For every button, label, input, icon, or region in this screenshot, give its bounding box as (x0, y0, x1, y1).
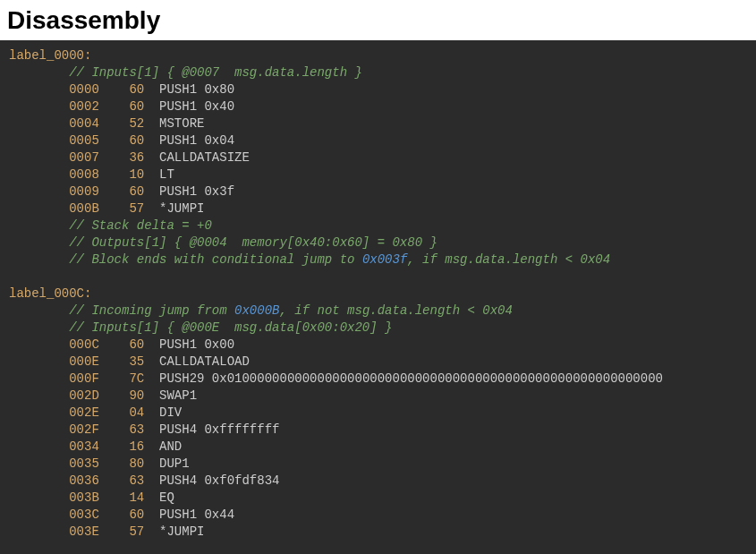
opcode-byte: 04 (99, 405, 144, 420)
code-line: // Inputs[1] { @000E msg.data[0x00:0x20]… (9, 320, 756, 337)
opcode-byte: 14 (99, 490, 144, 505)
opcode-mnemonic: AND (144, 439, 182, 454)
opcode-mnemonic: EQ (144, 490, 174, 505)
offset: 0008 (9, 167, 99, 182)
opcode-byte: 63 (99, 422, 144, 437)
opcode-byte: 60 (99, 99, 144, 114)
jump-reference[interactable]: 0x003f (362, 252, 407, 267)
opcode-mnemonic: *JUMPI (144, 201, 204, 216)
opcode-byte: 35 (99, 354, 144, 369)
opcode-mnemonic: PUSH1 0x40 (144, 99, 234, 114)
offset: 000B (9, 201, 99, 216)
code-line: 0034 16 AND (9, 439, 756, 456)
offset: 0002 (9, 99, 99, 114)
disassembly-listing: label_0000: // Inputs[1] { @0007 msg.dat… (0, 40, 756, 541)
opcode-byte: 60 (99, 184, 144, 199)
code-line: 0036 63 PUSH4 0xf0fdf834 (9, 473, 756, 490)
opcode-mnemonic: PUSH29 0x0100000000000000000000000000000… (144, 371, 663, 386)
opcode-byte: 60 (99, 133, 144, 148)
opcode-mnemonic: PUSH1 0x04 (144, 133, 234, 148)
offset: 0007 (9, 150, 99, 165)
opcode-byte: 7C (99, 371, 144, 386)
opcode-byte: 60 (99, 82, 144, 97)
code-line: 0035 80 DUP1 (9, 456, 756, 473)
opcode-mnemonic: *JUMPI (144, 524, 204, 539)
code-line: 0002 60 PUSH1 0x40 (9, 98, 756, 115)
offset: 002F (9, 422, 99, 437)
offset: 000C (9, 337, 99, 352)
code-line: 000C 60 PUSH1 0x00 (9, 337, 756, 354)
code-line: 003E 57 *JUMPI (9, 524, 756, 541)
opcode-mnemonic: CALLDATALOAD (144, 354, 250, 369)
opcode-mnemonic: PUSH1 0x3f (144, 184, 234, 199)
code-line: 0005 60 PUSH1 0x04 (9, 132, 756, 149)
code-label: label_0000: (9, 47, 756, 64)
opcode-byte: 57 (99, 524, 144, 539)
offset: 0009 (9, 184, 99, 199)
opcode-mnemonic: PUSH1 0x80 (144, 82, 234, 97)
opcode-byte: 60 (99, 337, 144, 352)
code-line: 0000 60 PUSH1 0x80 (9, 81, 756, 98)
offset: 000F (9, 371, 99, 386)
code-line: 000E 35 CALLDATALOAD (9, 354, 756, 371)
code-line: 0004 52 MSTORE (9, 115, 756, 132)
opcode-byte: 10 (99, 167, 144, 182)
opcode-mnemonic: PUSH4 0xffffffff (144, 422, 279, 437)
opcode-byte: 60 (99, 507, 144, 522)
code-line: 0007 36 CALLDATASIZE (9, 149, 756, 166)
code-line: 003C 60 PUSH1 0x44 (9, 507, 756, 524)
opcode-mnemonic: CALLDATASIZE (144, 150, 250, 165)
opcode-byte: 63 (99, 473, 144, 488)
offset: 0035 (9, 456, 99, 471)
code-line: 002E 04 DIV (9, 405, 756, 422)
opcode-byte: 57 (99, 201, 144, 216)
code-line: 003B 14 EQ (9, 490, 756, 507)
jump-reference[interactable]: 0x000B (234, 303, 279, 318)
opcode-byte: 90 (99, 388, 144, 403)
offset: 003C (9, 507, 99, 522)
offset: 002D (9, 388, 99, 403)
code-line: // Incoming jump from 0x000B, if not msg… (9, 303, 756, 320)
opcode-mnemonic: LT (144, 167, 174, 182)
offset: 0005 (9, 133, 99, 148)
code-line: // Inputs[1] { @0007 msg.data.length } (9, 64, 756, 81)
opcode-mnemonic: MSTORE (144, 116, 204, 131)
code-line: // Outputs[1] { @0004 memory[0x40:0x60] … (9, 234, 756, 251)
code-line: 002D 90 SWAP1 (9, 388, 756, 405)
code-label: label_000C: (9, 286, 756, 303)
offset: 002E (9, 405, 99, 420)
opcode-mnemonic: DIV (144, 405, 182, 420)
code-line: 000B 57 *JUMPI (9, 200, 756, 217)
opcode-byte: 36 (99, 150, 144, 165)
opcode-byte: 80 (99, 456, 144, 471)
opcode-mnemonic: DUP1 (144, 456, 189, 471)
offset: 003E (9, 524, 99, 539)
opcode-byte: 16 (99, 439, 144, 454)
code-line: 002F 63 PUSH4 0xffffffff (9, 422, 756, 439)
offset: 0036 (9, 473, 99, 488)
code-line: // Block ends with conditional jump to 0… (9, 251, 756, 268)
offset: 0000 (9, 82, 99, 97)
code-line: // Stack delta = +0 (9, 217, 756, 234)
code-line: 000F 7C PUSH29 0x01000000000000000000000… (9, 371, 756, 388)
page-title: Disassembly (0, 0, 756, 40)
code-line: 0008 10 LT (9, 166, 756, 183)
code-line: 0009 60 PUSH1 0x3f (9, 183, 756, 200)
offset: 003B (9, 490, 99, 505)
offset: 0004 (9, 116, 99, 131)
opcode-mnemonic: PUSH1 0x00 (144, 337, 234, 352)
opcode-byte: 52 (99, 116, 144, 131)
opcode-mnemonic: PUSH4 0xf0fdf834 (144, 473, 279, 488)
opcode-mnemonic: SWAP1 (144, 388, 197, 403)
offset: 000E (9, 354, 99, 369)
offset: 0034 (9, 439, 99, 454)
opcode-mnemonic: PUSH1 0x44 (144, 507, 234, 522)
